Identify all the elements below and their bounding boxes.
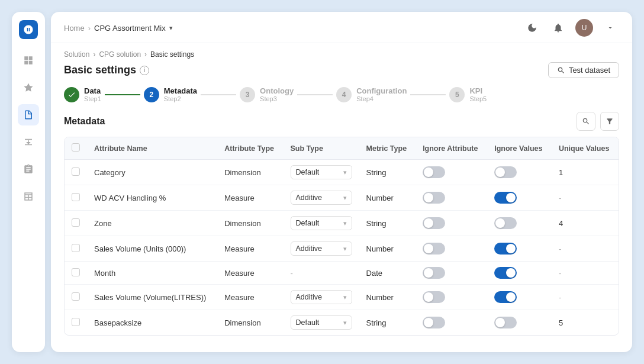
sub-breadcrumb-solution[interactable]: Solution (64, 50, 89, 59)
ignore-values-toggle-1[interactable] (494, 192, 517, 204)
sidebar-spark-icon[interactable] (18, 77, 39, 98)
ignore-attribute-toggle-6[interactable] (423, 317, 445, 328)
step-configuration[interactable]: 4 Configuration Step4 (336, 86, 407, 102)
row-attribute-name-3: Sales Volume (Units (000)) (87, 236, 217, 262)
sub-breadcrumb-cpg[interactable]: CPG solution (99, 50, 141, 59)
row-ignore-values-0 (487, 160, 552, 185)
table-row: WD ACV Handling %Measure Additive ▾ Numb… (65, 185, 619, 211)
row-attribute-type-0: Dimension (217, 160, 283, 185)
step5-circle: 5 (449, 87, 465, 102)
table-row: Sales Volume (Volume(LITRES))Measure Add… (65, 285, 619, 310)
dropdown-arrow-5: ▾ (343, 294, 347, 301)
row-attribute-name-1: WD ACV Handling % (87, 185, 217, 211)
row-unique-values-4: - (552, 262, 619, 285)
col-metric-type: Metric Type (359, 137, 416, 160)
row-attribute-type-1: Measure (217, 185, 283, 211)
row-metric-type-0: String (359, 160, 416, 185)
header-icons: U (523, 19, 619, 37)
step-metadata[interactable]: 2 Metadata Step2 (144, 86, 197, 102)
notification-icon-btn[interactable] (549, 19, 567, 37)
step-data[interactable]: Data Step1 (64, 86, 101, 102)
row-checkbox-1[interactable] (72, 193, 80, 201)
select-all-checkbox[interactable] (72, 143, 80, 152)
row-unique-values-6: 5 (552, 310, 619, 336)
table-row: ZoneDimension Default ▾ String4 (65, 211, 619, 236)
ignore-values-toggle-4[interactable] (494, 267, 517, 279)
sub-type-dropdown-0[interactable]: Default ▾ (291, 165, 352, 179)
sidebar-network-icon[interactable] (18, 131, 39, 153)
ignore-values-toggle-2[interactable] (494, 217, 517, 229)
ignore-values-toggle-6[interactable] (494, 317, 517, 328)
sidebar-document-icon[interactable] (18, 104, 39, 125)
table-row: MonthMeasure-Date- (65, 262, 619, 285)
dropdown-arrow-3: ▾ (343, 245, 347, 253)
breadcrumb-current[interactable]: CPG Assortment Mix (94, 24, 166, 33)
sidebar-table-icon[interactable] (18, 186, 39, 207)
row-unique-values-3: - (552, 236, 619, 262)
user-avatar[interactable]: U (575, 19, 593, 37)
ignore-attribute-toggle-1[interactable] (423, 192, 445, 204)
row-checkbox-3[interactable] (72, 244, 80, 252)
step5-info: KPI Step5 (469, 86, 487, 102)
row-checkbox-2[interactable] (72, 218, 80, 227)
test-dataset-label: Test dataset (569, 66, 610, 75)
row-attribute-name-5: Sales Volume (Volume(LITRES)) (87, 285, 217, 310)
step-line-3 (297, 94, 333, 95)
breadcrumb-dropdown-arrow[interactable]: ▾ (169, 24, 173, 32)
sub-breadcrumb: Solution › CPG solution › Basic settings (64, 50, 619, 59)
row-ignore-attr-0 (416, 160, 487, 185)
breadcrumb-home[interactable]: Home (64, 24, 85, 33)
table-row: CategoryDimension Default ▾ String1 (65, 160, 619, 185)
ignore-attribute-toggle-5[interactable] (423, 291, 445, 303)
sub-type-dropdown-1[interactable]: Additive ▾ (291, 191, 352, 205)
metadata-title: Metadata (64, 116, 105, 127)
step-line-4 (410, 94, 446, 95)
row-ignore-attr-4 (416, 262, 487, 285)
step1-sub: Step1 (84, 95, 101, 102)
test-dataset-button[interactable]: Test dataset (548, 62, 619, 78)
row-metric-type-5: Number (359, 285, 416, 310)
row-sub-type-5: Additive ▾ (284, 285, 359, 310)
row-metric-type-3: Number (359, 236, 416, 262)
row-ignore-values-6 (487, 310, 552, 336)
theme-icon-btn[interactable] (523, 19, 541, 37)
step4-circle: 4 (336, 87, 352, 102)
filter-icon-btn[interactable] (600, 112, 619, 131)
step1-circle (64, 87, 79, 102)
steps-bar: Data Step1 2 Metadata Step2 (64, 86, 619, 102)
ignore-attribute-toggle-3[interactable] (423, 243, 445, 255)
sidebar-grid-icon[interactable] (18, 50, 39, 71)
metadata-table: Attribute Name Attribute Type Sub Type M… (64, 137, 619, 336)
ignore-values-toggle-3[interactable] (494, 243, 517, 255)
sub-type-dropdown-5[interactable]: Additive ▾ (291, 290, 352, 304)
sub-type-dropdown-6[interactable]: Default ▾ (291, 315, 352, 330)
row-checkbox-5[interactable] (72, 292, 80, 301)
ignore-attribute-toggle-2[interactable] (423, 217, 445, 229)
step3-name: Ontology (260, 86, 294, 95)
step3-sub: Step3 (260, 95, 294, 102)
sub-type-dropdown-3[interactable]: Additive ▾ (291, 241, 352, 256)
sub-type-dropdown-2[interactable]: Default ▾ (291, 216, 352, 230)
sidebar-clipboard-icon[interactable] (18, 159, 39, 180)
search-icon-btn[interactable] (577, 112, 595, 131)
row-checkbox-6[interactable] (72, 318, 80, 326)
ignore-attribute-toggle-0[interactable] (423, 166, 445, 178)
ignore-attribute-toggle-4[interactable] (423, 267, 445, 279)
col-ignore-values: Ignore Values (487, 137, 552, 160)
avatar-dropdown-icon[interactable] (601, 19, 619, 37)
row-checkbox-4[interactable] (72, 268, 80, 276)
step4-info: Configuration Step4 (356, 86, 407, 102)
row-checkbox-0[interactable] (72, 167, 80, 176)
row-attribute-name-4: Month (87, 262, 217, 285)
app-logo[interactable] (19, 20, 38, 39)
row-ignore-attr-2 (416, 211, 487, 236)
ignore-values-toggle-5[interactable] (494, 291, 517, 303)
col-unique-values: Unique Values (552, 137, 619, 160)
step-kpi[interactable]: 5 KPI Step5 (449, 86, 487, 102)
row-attribute-type-4: Measure (217, 262, 283, 285)
ignore-values-toggle-0[interactable] (494, 166, 517, 178)
step-ontology[interactable]: 3 Ontology Step3 (240, 86, 294, 102)
row-ignore-attr-5 (416, 285, 487, 310)
table-row: Sales Volume (Units (000))Measure Additi… (65, 236, 619, 262)
info-icon[interactable]: i (140, 66, 149, 75)
